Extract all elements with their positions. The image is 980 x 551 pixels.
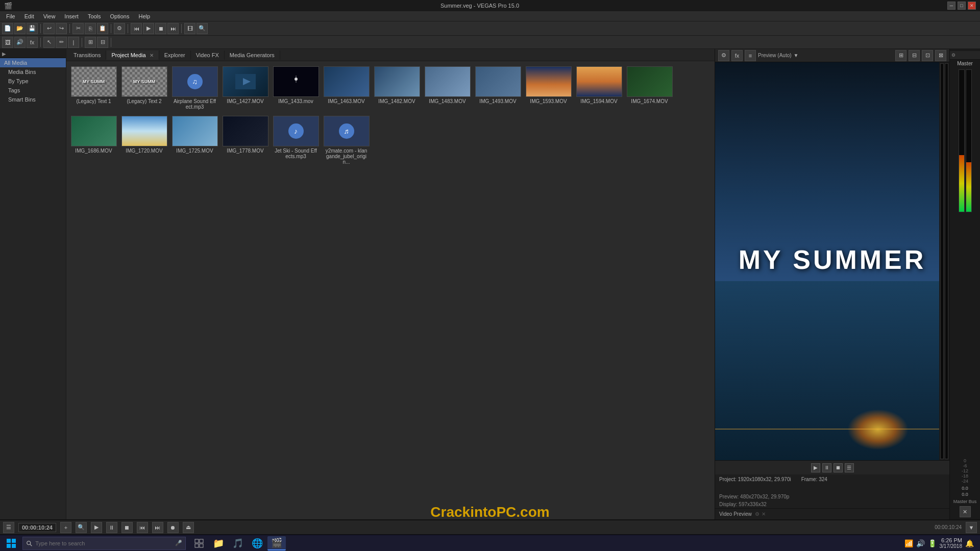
start-button[interactable] [2,536,20,550]
timeline-tb5[interactable]: ⏭ [152,522,163,533]
timeline-tb7[interactable]: ⏏ [183,522,194,533]
media-item-jetski[interactable]: ♪ Jet Ski - Sound Effects.mp3 [272,114,320,167]
zoom-btn[interactable]: 🔍 [197,23,208,34]
menu-file[interactable]: File [2,12,19,20]
fx-btn[interactable]: fx [27,37,38,48]
media-item-text2[interactable]: MY SUMM (Legacy) Text 2 [120,64,168,112]
preview-opt-btn2[interactable]: ⊟ [909,50,920,61]
bin-media-bins[interactable]: Media Bins [0,67,66,77]
fastfwd-btn[interactable]: ⏭ [167,23,179,34]
preview-opt-btn3[interactable]: ⊡ [922,50,933,61]
save-btn[interactable]: 💾 [27,23,38,34]
preview-close-btn[interactable]: ✕ [762,511,766,517]
media-item-1463[interactable]: IMG_1463.MOV [322,64,371,112]
menu-options[interactable]: Options [106,12,134,20]
preview-opt-btn1[interactable]: ⊞ [895,50,906,61]
tab-media-generators[interactable]: Media Generators [225,51,280,60]
edit-tool[interactable]: ✏ [56,37,67,48]
taskbar-search[interactable]: 🎤 [22,537,186,550]
bin-all-media[interactable]: All Media [0,58,66,67]
media-item-1427[interactable]: IMG_1427.MOV [221,64,270,112]
preview-mode-selector[interactable]: Preview (Auto) ▼ [758,53,893,58]
paste-btn[interactable]: 📋 [97,23,108,34]
redo-btn[interactable]: ↪ [56,23,67,34]
chrome-btn[interactable]: 🌐 [248,536,266,550]
media-item-y2mate[interactable]: ♬ y2mate.com - klangande_jubel_origin... [322,114,371,167]
menu-help[interactable]: Help [134,12,154,20]
audio-btn[interactable]: 🔊 [14,37,26,48]
pause-preview-btn[interactable]: ⏸ [822,463,831,472]
tab-video-fx[interactable]: Video FX [191,51,225,60]
split-tool[interactable]: | [68,37,79,48]
grid-btn[interactable]: ⊟ [97,37,108,48]
play-preview-btn[interactable]: ▶ [811,463,820,472]
media-item-1483[interactable]: IMG_1483.MOV [423,64,472,112]
undo-btn[interactable]: ↩ [43,23,55,34]
master-close-btn[interactable]: ✕ [960,506,971,517]
timeline-tb3[interactable]: ⏹ [121,522,133,533]
master-settings-icon[interactable]: ⚙ [951,53,955,58]
timeline-settings[interactable]: ▼ [966,522,977,533]
rewind-btn[interactable]: ⏮ [131,23,142,34]
bin-smart-bins[interactable]: Smart Bins [0,95,66,104]
media-item-1725[interactable]: IMG_1725.MOV [170,114,219,167]
list-preview-btn[interactable]: ☰ [845,463,854,472]
preview-opt-btn4[interactable]: ⊠ [935,50,946,61]
media-item-1433[interactable]: IMG_1433.mov [272,64,320,112]
preview-settings-btn[interactable]: ⚙ [718,50,729,61]
search-input[interactable] [35,540,172,546]
settings-btn[interactable]: ⚙ [114,23,125,34]
media-item-1493[interactable]: IMG_1493.MOV [474,64,522,112]
file-explorer-btn[interactable]: 📁 [209,536,228,550]
menu-tools[interactable]: Tools [84,12,105,20]
spotify-btn[interactable]: 🎵 [229,536,247,550]
media-item-1778[interactable]: IMG_1778.MOV [221,114,270,167]
tab-explorer[interactable]: Explorer [159,51,191,60]
timeline-tb6[interactable]: ⏺ [167,522,179,533]
tab-project-media[interactable]: Project Media ✕ [106,51,159,60]
close-btn[interactable]: ✕ [968,2,976,10]
timeline-menu-btn[interactable]: ☰ [3,522,14,533]
media-item-airplane-sound[interactable]: ♫ Airplane Sound Effect.mp3 [170,64,219,112]
timeline-add-track[interactable]: + [60,522,71,533]
task-view-btn[interactable] [190,536,208,550]
media-item-1593[interactable]: IMG_1593.MOV [524,64,573,112]
stop-btn[interactable]: ⏹ [155,23,166,34]
battery-icon[interactable]: 🔋 [928,539,937,547]
network-icon[interactable]: 📶 [904,539,913,547]
bin-tags[interactable]: Tags [0,86,66,95]
media-item-1720[interactable]: IMG_1720.MOV [120,114,168,167]
timeline-tb4[interactable]: ⏮ [137,522,148,533]
timeline-tb2[interactable]: ⏸ [106,522,117,533]
copy-btn[interactable]: ⎘ [85,23,96,34]
snap-btn[interactable]: ⊞ [85,37,96,48]
menu-insert[interactable]: Insert [60,12,83,20]
tab-transitions[interactable]: Transitions [68,51,106,60]
bin-by-type[interactable]: By Type [0,77,66,86]
close-project-media-tab[interactable]: ✕ [150,53,154,58]
arrow-tool[interactable]: ↖ [43,37,55,48]
notifications-icon[interactable]: 🔔 [965,539,974,547]
volume-icon[interactable]: 🔊 [916,539,925,547]
preview-eq-btn[interactable]: ≡ [745,50,756,61]
new-btn[interactable]: 📄 [2,23,13,34]
menu-view[interactable]: View [39,12,60,20]
vegas-btn[interactable]: 🎬 [267,536,286,550]
preview-fx-btn[interactable]: fx [731,50,743,61]
open-btn[interactable]: 📂 [14,23,26,34]
cut-btn[interactable]: ✂ [72,23,84,34]
media-item-1686[interactable]: IMG_1686.MOV [69,114,118,167]
stop-preview-btn[interactable]: ⏹ [834,463,843,472]
media-item-1674[interactable]: IMG_1674.MOV [625,64,674,112]
maximize-btn[interactable]: □ [958,2,966,10]
play-btn[interactable]: ▶ [143,23,154,34]
timeline-zoom-in[interactable]: 🔍 [76,522,87,533]
timeline-tb1[interactable]: ▶ [91,522,102,533]
minimize-btn[interactable]: ─ [947,2,955,10]
media-item-text1[interactable]: MY SUMM (Legacy) Text 1 [69,64,118,112]
menu-edit[interactable]: Edit [20,12,38,20]
media-btn[interactable]: 🖼 [2,37,13,48]
media-item-1594[interactable]: IMG_1594.MOV [575,64,623,112]
render-btn[interactable]: 🎞 [184,23,195,34]
media-item-1482[interactable]: IMG_1482.MOV [373,64,421,112]
